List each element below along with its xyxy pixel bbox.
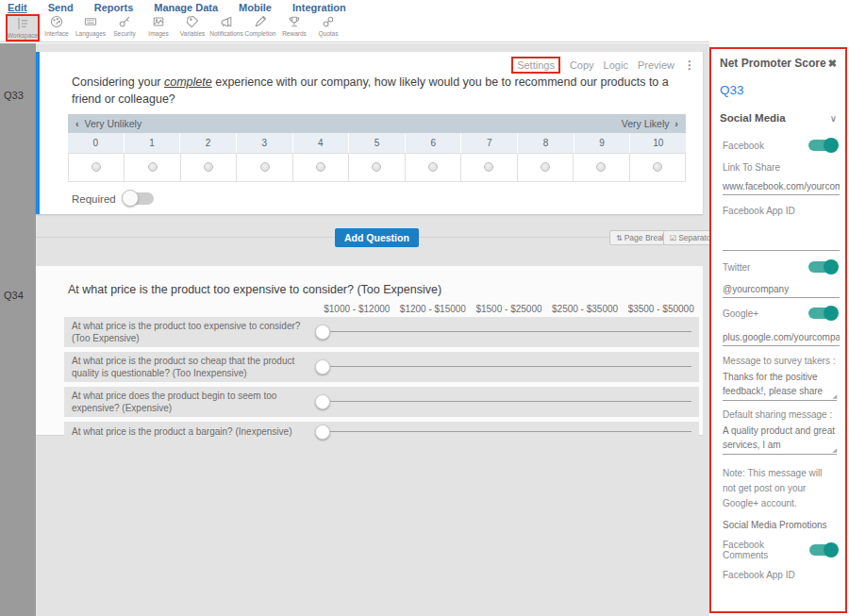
radio-button[interactable] [541,162,550,172]
question-number-q34: Q34 [4,290,24,301]
kebab-menu-icon[interactable]: ⋮ [684,58,695,72]
menu-edit[interactable]: Edit [8,2,27,13]
add-question-button[interactable]: Add Question [335,228,419,247]
google-plus-link-input[interactable] [723,330,840,346]
close-icon[interactable]: ✖ [828,58,837,70]
separator-label: Separator [678,233,713,242]
question-number-column: Q33 Q34 [0,43,36,616]
nps-number: 0 [68,133,125,153]
slider-handle[interactable] [315,325,330,340]
menu-integration[interactable]: Integration [292,2,346,13]
toggle-knob [824,259,839,275]
google-plus-toggle[interactable] [808,308,837,319]
toggle-knob [122,190,139,207]
slider-track[interactable] [315,366,691,367]
facebook-toggle[interactable] [808,140,837,151]
radio-button[interactable] [92,162,101,172]
preview-button[interactable]: Preview [638,59,674,71]
radio-button[interactable] [372,162,381,172]
resize-handle-icon[interactable]: ◢ [832,392,837,399]
nps-radio-cell [630,153,686,182]
promotions-row: Social Media Promotions [720,520,837,530]
question-text[interactable]: Considering your complete experience wit… [72,74,675,108]
toolbar-item-notifications[interactable]: Notifications [209,14,243,42]
nps-number: 7 [461,133,518,153]
toolbar-item-images[interactable]: Images [142,14,175,42]
toolbar-item-interface[interactable]: Interface [40,14,74,42]
facebook-row: Facebook [720,140,837,151]
slider-track[interactable] [315,431,691,432]
google-plus-note: Note: This message will not get post on … [720,466,837,511]
settings-button[interactable]: Settings [511,57,560,74]
radio-button[interactable] [428,162,438,172]
nps-radio-cell [518,153,574,182]
default-sharing-textarea[interactable]: A quality product and great services, I … [723,425,837,455]
twitter-label: Twitter [723,262,750,273]
copy-button[interactable]: Copy [570,59,594,71]
menu-manage-data[interactable]: Manage Data [154,2,218,13]
menu-reports[interactable]: Reports [94,2,134,13]
section-social-media[interactable]: Social Media ∨ [720,112,837,124]
radio-button[interactable] [484,162,493,172]
twitter-toggle[interactable] [808,261,837,273]
radio-button[interactable] [204,162,213,172]
slider-track[interactable] [315,331,691,332]
logic-button[interactable]: Logic [604,59,628,71]
question-text-part: Considering your [72,75,164,89]
radio-button[interactable] [596,162,606,172]
completion-icon [253,14,268,29]
radio-button[interactable] [260,162,270,172]
facebook-app-id2-input[interactable] [723,597,840,613]
toolbar-item-languages[interactable]: Languages [74,14,108,42]
resize-handle-icon[interactable]: ◢ [832,446,837,453]
facebook-app-id-input[interactable] [723,235,840,251]
nps-number: 2 [180,133,237,153]
nps-radio-cell [293,153,349,182]
workspace-toolbar: Workspace Interface Languages Security I… [0,14,709,42]
slider-handle[interactable] [315,394,330,409]
toggle-knob [824,542,839,558]
nps-right-text: Very Likely [622,118,670,129]
facebook-label: Facebook [723,141,764,151]
question-text-emphasis: complete [164,75,212,89]
slider-track[interactable] [315,401,691,402]
question-number-q33: Q33 [4,90,24,101]
radio-button[interactable] [148,162,158,172]
question-block-q34[interactable]: At what price is the product too expensi… [36,266,703,436]
slider-handle[interactable] [315,359,330,375]
question-block-q33[interactable]: Settings Copy Logic Preview ⋮ Considerin… [36,52,703,214]
facebook-comments-toggle[interactable] [809,544,837,556]
message-textarea[interactable]: Thanks for the positive feedback!, pleas… [723,371,837,401]
facebook-app-id-label: Facebook App ID [723,570,795,580]
chevron-right-icon[interactable]: › [674,118,678,129]
chevron-down-icon[interactable]: ∨ [830,113,837,124]
toolbar-label: Rewards [282,30,307,37]
default-sharing-message-label: Default sharing message : [723,409,832,420]
menu-mobile[interactable]: Mobile [239,2,272,13]
facebook-comments-label: Facebook Comments [723,540,809,560]
nps-number: 1 [125,133,181,153]
chevron-left-icon[interactable]: ‹ [75,118,79,129]
toolbar-item-variables[interactable]: Variables [175,14,209,42]
menu-send[interactable]: Send [48,2,74,13]
page-break-icon: ⇅ [616,234,623,242]
radio-button[interactable] [316,162,325,172]
quotas-icon [321,14,336,29]
nps-radio-row [68,153,686,182]
toolbar-item-completion[interactable]: Completion [243,14,277,42]
toolbar-item-quotas[interactable]: Quotas [311,14,345,42]
facebook-link-input[interactable] [723,179,840,195]
slider [315,324,691,341]
toolbar-item-security[interactable]: Security [108,14,142,42]
toolbar-label: Completion [245,30,276,37]
twitter-handle-input[interactable] [723,282,840,298]
required-toggle[interactable] [124,192,154,205]
radio-button[interactable] [653,162,662,172]
question-title[interactable]: At what price is the product too expensi… [68,283,441,296]
toolbar-item-rewards[interactable]: Rewards [277,14,311,42]
default-sharing-label-row: Default sharing message : [720,409,837,420]
toolbar-item-workspace[interactable]: Workspace [6,14,40,42]
facebook-comments-row: Facebook Comments [720,540,837,560]
nps-number: 6 [406,133,462,153]
slider-handle[interactable] [315,425,330,440]
